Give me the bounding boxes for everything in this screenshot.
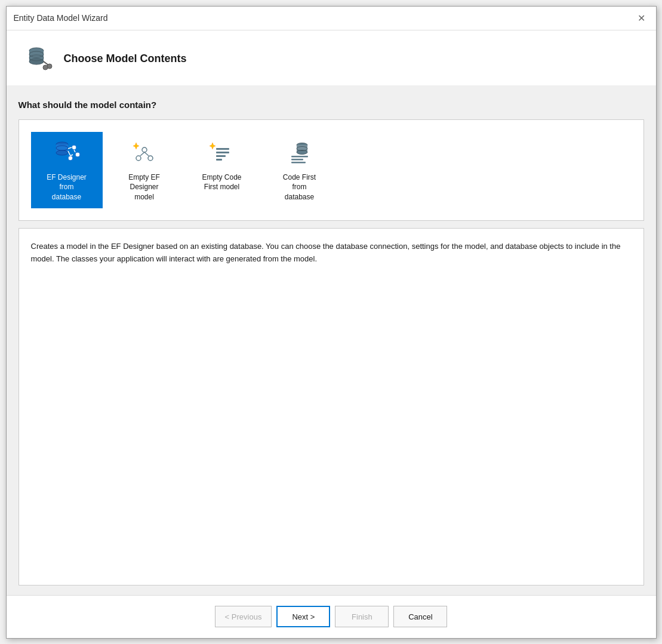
svg-rect-34 — [291, 162, 306, 164]
close-button[interactable]: ✕ — [635, 11, 649, 25]
finish-button[interactable]: Finish — [335, 606, 389, 627]
page-title: Choose Model Contents — [64, 53, 187, 65]
header-area: Choose Model Contents — [7, 30, 656, 85]
next-button[interactable]: Next > — [276, 606, 330, 627]
empty-ef-label: Empty EFDesignermodel — [128, 172, 160, 202]
empty-code-label: Empty CodeFirst model — [202, 172, 241, 193]
empty-code-icon — [207, 138, 238, 169]
model-options-container: EF Designerfromdatabase — [19, 119, 644, 221]
svg-rect-33 — [291, 159, 303, 161]
dialog-footer: < Previous Next > Finish Cancel — [7, 595, 656, 638]
svg-rect-24 — [216, 148, 229, 150]
empty-ef-icon — [129, 138, 160, 169]
ef-designer-label: EF Designerfromdatabase — [47, 172, 87, 202]
svg-point-10 — [56, 150, 68, 155]
svg-point-19 — [142, 147, 147, 152]
option-code-first-db[interactable]: Code Firstfromdatabase — [264, 132, 335, 208]
cancel-button[interactable]: Cancel — [393, 606, 447, 627]
entity-data-model-wizard: Entity Data Model Wizard ✕ Choose Model … — [6, 6, 657, 639]
svg-point-7 — [43, 65, 48, 70]
previous-button[interactable]: < Previous — [215, 606, 272, 627]
section-question: What should the model contain? — [19, 95, 644, 112]
svg-point-13 — [75, 152, 80, 157]
wizard-icon — [26, 45, 54, 73]
ef-designer-icon — [51, 138, 82, 169]
svg-line-15 — [68, 147, 72, 149]
content-area: What should the model contain? — [7, 85, 656, 595]
svg-line-22 — [140, 152, 144, 156]
svg-rect-25 — [216, 152, 229, 153]
svg-line-23 — [144, 152, 149, 156]
code-first-db-label: Code Firstfromdatabase — [283, 172, 316, 202]
svg-line-18 — [68, 151, 70, 156]
svg-point-14 — [68, 156, 73, 161]
option-empty-code[interactable]: Empty CodeFirst model — [186, 132, 258, 208]
svg-line-17 — [70, 155, 73, 156]
description-box: Creates a model in the EF Designer based… — [19, 228, 644, 586]
dialog-title: Entity Data Model Wizard — [14, 13, 108, 23]
option-empty-ef[interactable]: Empty EFDesignermodel — [109, 132, 180, 208]
svg-rect-26 — [216, 155, 226, 157]
svg-point-21 — [148, 156, 153, 161]
title-bar: Entity Data Model Wizard ✕ — [7, 7, 656, 30]
svg-point-20 — [136, 156, 141, 161]
description-text: Creates a model in the EF Designer based… — [31, 241, 632, 266]
svg-line-16 — [74, 150, 75, 152]
svg-point-2 — [29, 58, 44, 64]
option-ef-designer[interactable]: EF Designerfromdatabase — [31, 132, 103, 208]
svg-point-12 — [72, 145, 76, 150]
svg-rect-27 — [216, 159, 222, 161]
code-first-icon — [284, 138, 315, 169]
svg-rect-32 — [291, 156, 308, 158]
